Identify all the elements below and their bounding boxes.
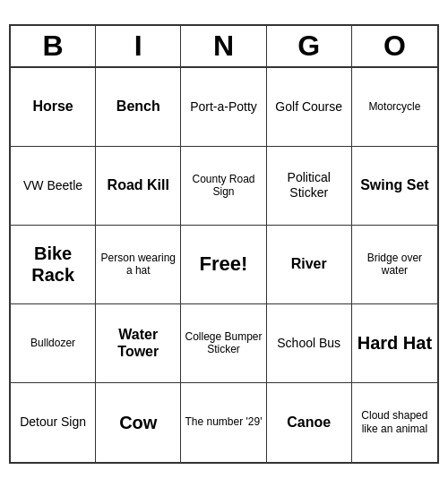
bingo-cell-22[interactable]: The number '29' (181, 383, 266, 462)
bingo-cell-9[interactable]: Swing Set (352, 147, 437, 226)
bingo-cell-17[interactable]: College Bumper Sticker (181, 304, 266, 383)
bingo-cell-14[interactable]: Bridge over water (352, 226, 437, 304)
header-i: I (96, 26, 181, 66)
bingo-cell-18[interactable]: School Bus (267, 304, 352, 383)
bingo-cell-13[interactable]: River (267, 226, 352, 304)
bingo-cell-15[interactable]: Bulldozer (11, 304, 96, 383)
bingo-cell-11[interactable]: Person wearing a hat (96, 226, 181, 304)
bingo-cell-2[interactable]: Port-a-Potty (181, 68, 266, 147)
bingo-cell-19[interactable]: Hard Hat (352, 304, 437, 383)
bingo-card: B I N G O HorseBenchPort-a-PottyGolf Cou… (9, 24, 439, 464)
header-b: B (11, 26, 96, 66)
bingo-cell-0[interactable]: Horse (11, 68, 96, 147)
bingo-cell-8[interactable]: Political Sticker (267, 147, 352, 226)
bingo-cell-16[interactable]: Water Tower (96, 304, 181, 383)
header-g: G (267, 26, 352, 66)
header-n: N (181, 26, 266, 66)
bingo-cell-6[interactable]: Road Kill (96, 147, 181, 226)
bingo-cell-4[interactable]: Motorcycle (352, 68, 437, 147)
bingo-cell-10[interactable]: Bike Rack (11, 226, 96, 304)
bingo-header: B I N G O (11, 26, 437, 68)
bingo-cell-12[interactable]: Free! (181, 226, 266, 304)
bingo-cell-1[interactable]: Bench (96, 68, 181, 147)
bingo-cell-21[interactable]: Cow (96, 383, 181, 462)
bingo-cell-7[interactable]: County Road Sign (181, 147, 266, 226)
bingo-cell-24[interactable]: Cloud shaped like an animal (352, 383, 437, 462)
bingo-cell-5[interactable]: VW Beetle (11, 147, 96, 226)
bingo-grid: HorseBenchPort-a-PottyGolf CourseMotorcy… (11, 68, 437, 462)
bingo-cell-3[interactable]: Golf Course (267, 68, 352, 147)
header-o: O (352, 26, 437, 66)
bingo-cell-20[interactable]: Detour Sign (11, 383, 96, 462)
bingo-cell-23[interactable]: Canoe (267, 383, 352, 462)
